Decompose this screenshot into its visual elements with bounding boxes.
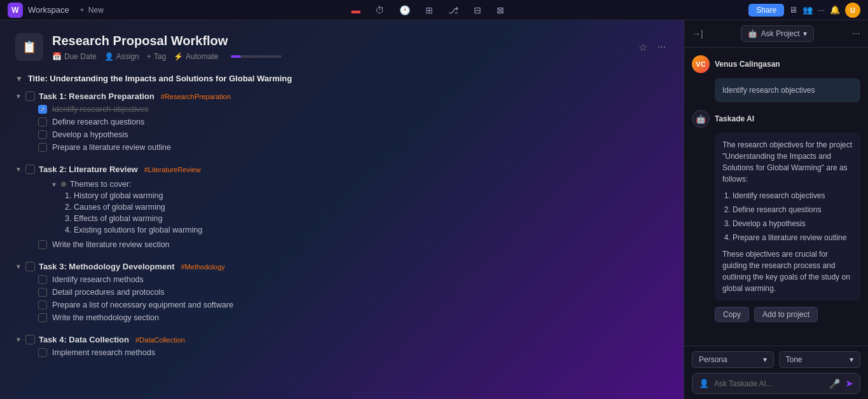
- tone-chevron-icon: ▾: [850, 355, 853, 364]
- mic-icon[interactable]: 🎤: [829, 379, 840, 389]
- chat-input-row: 👤 🎤 ➤: [692, 373, 860, 394]
- main-layout: 📋 Research Proposal Workflow 📅 Due Date …: [0, 20, 868, 399]
- themes-ordered-list: History of global warming Causes of glob…: [51, 190, 668, 236]
- automate-action[interactable]: ⚡ Automate: [174, 52, 218, 61]
- subtask-1-checkbox[interactable]: [38, 105, 47, 114]
- app-logo: W: [8, 3, 23, 18]
- task-4-subtasks: Implement research methods: [15, 346, 668, 359]
- bullet-dot: [61, 182, 66, 187]
- project-header: 📋 Research Proposal Workflow 📅 Due Date …: [15, 33, 668, 61]
- task-2-tag[interactable]: #LiteratureReview: [144, 166, 201, 173]
- clock-icon[interactable]: 🕐: [397, 3, 413, 18]
- task-3-chevron[interactable]: ▼: [15, 263, 22, 270]
- user-icon: 👤: [699, 379, 709, 388]
- nested-themes-group: ▼ Themes to cover: History of global war…: [38, 179, 668, 236]
- more-button[interactable]: ···: [655, 39, 668, 55]
- task-1-chevron[interactable]: ▼: [15, 93, 22, 100]
- task-3-header[interactable]: ▼ Task 3: Methodology Development #Metho…: [15, 260, 668, 273]
- filter-icon[interactable]: ▬: [348, 3, 362, 18]
- tag-action[interactable]: + Tag: [147, 52, 166, 61]
- ask-project-button[interactable]: 🤖 Ask Project ▾: [741, 25, 815, 42]
- due-date-action[interactable]: 📅 Due Date: [52, 52, 97, 61]
- task-2-header[interactable]: ▼ Task 2: Literature Review #LiteratureR…: [15, 163, 668, 176]
- task-1-checkbox[interactable]: [25, 91, 35, 101]
- more-options-icon[interactable]: ···: [818, 5, 825, 15]
- grid-icon[interactable]: ⊞: [423, 3, 436, 18]
- new-button[interactable]: ＋ New: [74, 3, 107, 17]
- ai-panel: →| 🤖 Ask Project ▾ ··· VC Venus Calingas…: [684, 20, 868, 399]
- subtask-3-checkbox[interactable]: [38, 130, 47, 139]
- chat-area: VC Venus Calingasan Identify research ob…: [684, 48, 868, 346]
- share-icon[interactable]: ⎇: [446, 3, 461, 18]
- subtask-lit-checkbox[interactable]: [38, 240, 47, 249]
- section-chevron-icon[interactable]: ▼: [15, 74, 23, 83]
- layout-icon[interactable]: ⊠: [494, 3, 507, 18]
- notification-icon[interactable]: 🔔: [830, 5, 840, 15]
- chat-input[interactable]: [714, 379, 824, 388]
- nav-right-area: Share 🖥 👥 ··· 🔔 U: [748, 3, 860, 18]
- subtask-2-checkbox[interactable]: [38, 118, 47, 126]
- panel-more-icon[interactable]: ···: [852, 28, 860, 39]
- task-group-4: ▼ Task 4: Data Collection #DataCollectio…: [15, 333, 668, 359]
- add-to-project-button[interactable]: Add to project: [754, 307, 818, 322]
- task-3-tag[interactable]: #Methodology: [181, 263, 224, 271]
- left-panel: 📋 Research Proposal Workflow 📅 Due Date …: [0, 20, 684, 399]
- subtask-item: Write the methodology section: [38, 311, 668, 324]
- list-item: Causes of global warming: [74, 201, 668, 213]
- task-2-checkbox[interactable]: [25, 165, 35, 174]
- list-item: Prepare a literature review outline: [733, 231, 853, 245]
- share-button[interactable]: Share: [748, 4, 784, 17]
- star-button[interactable]: ☆: [636, 39, 650, 56]
- task-1-label: Task 1: Research Preparation: [39, 91, 155, 101]
- monitor-icon[interactable]: 🖥: [789, 5, 797, 15]
- subtask-4-checkbox[interactable]: [38, 143, 47, 152]
- subtask-item: Prepare a literature review outline: [38, 141, 668, 154]
- human-message: VC Venus Calingasan Identify research ob…: [692, 55, 860, 102]
- persona-select[interactable]: Persona ▾: [692, 351, 774, 368]
- persona-chevron-icon: ▾: [763, 355, 767, 364]
- tone-select[interactable]: Tone ▾: [779, 351, 861, 368]
- nested-chevron-icon[interactable]: ▼: [51, 181, 57, 188]
- subtask-data-1-checkbox[interactable]: [38, 348, 47, 357]
- persona-tone-row: Persona ▾ Tone ▾: [692, 351, 860, 368]
- subtask-method-2-checkbox[interactable]: [38, 288, 47, 297]
- send-button[interactable]: ➤: [845, 377, 853, 389]
- nested-themes-header: ▼ Themes to cover:: [51, 179, 668, 190]
- subtask-method-4-checkbox[interactable]: [38, 313, 47, 322]
- list-item: Define research questions: [733, 203, 853, 217]
- nav-center-icons: ▬ ⏱ 🕐 ⊞ ⎇ ⊟ ⊠: [113, 3, 743, 18]
- subtask-method-1-checkbox[interactable]: [38, 275, 47, 284]
- task-2-chevron[interactable]: ▼: [15, 166, 22, 173]
- task-4-checkbox[interactable]: [25, 335, 35, 344]
- task-1-tag[interactable]: #ResearchPreparation: [161, 93, 231, 100]
- user-avatar[interactable]: U: [845, 3, 860, 18]
- project-title: Research Proposal Workflow: [52, 34, 627, 48]
- timer-icon[interactable]: ⏱: [373, 3, 387, 18]
- ai-bubble: The research objectives for the project …: [715, 133, 860, 301]
- copy-button[interactable]: Copy: [715, 307, 749, 322]
- task-3-checkbox[interactable]: [25, 262, 35, 271]
- people-icon[interactable]: 👥: [803, 5, 813, 15]
- subtask-method-3-checkbox[interactable]: [38, 301, 47, 309]
- ai-footer-text: These objectives are crucial for guiding…: [722, 250, 850, 293]
- tag-plus-icon: +: [147, 52, 151, 61]
- chat-actions: Copy Add to project: [715, 307, 860, 322]
- ai-objectives-list: Identify research objectives Define rese…: [722, 189, 853, 245]
- task-group-2: ▼ Task 2: Literature Review #LiteratureR…: [15, 163, 668, 251]
- assign-action[interactable]: 👤 Assign: [104, 52, 139, 61]
- ai-icon: 🤖: [748, 29, 757, 38]
- task-4-header[interactable]: ▼ Task 4: Data Collection #DataCollectio…: [15, 333, 668, 346]
- ai-sender-name: Taskade AI: [715, 114, 754, 123]
- chevron-down-icon: ▾: [803, 29, 807, 38]
- project-actions: 📅 Due Date 👤 Assign + Tag ⚡ Automate: [52, 52, 627, 61]
- collapse-button[interactable]: →|: [692, 29, 703, 39]
- progress-fill: [231, 55, 241, 58]
- task-1-header[interactable]: ▼ Task 1: Research Preparation #Research…: [15, 90, 668, 103]
- human-sender: VC Venus Calingasan: [692, 55, 860, 73]
- task-4-tag[interactable]: #DataCollection: [135, 336, 185, 344]
- task-4-chevron[interactable]: ▼: [15, 336, 22, 343]
- chart-icon[interactable]: ⊟: [471, 3, 484, 18]
- human-avatar: VC: [692, 55, 710, 73]
- plus-icon: ＋: [78, 4, 86, 15]
- list-item: History of global warming: [74, 190, 668, 201]
